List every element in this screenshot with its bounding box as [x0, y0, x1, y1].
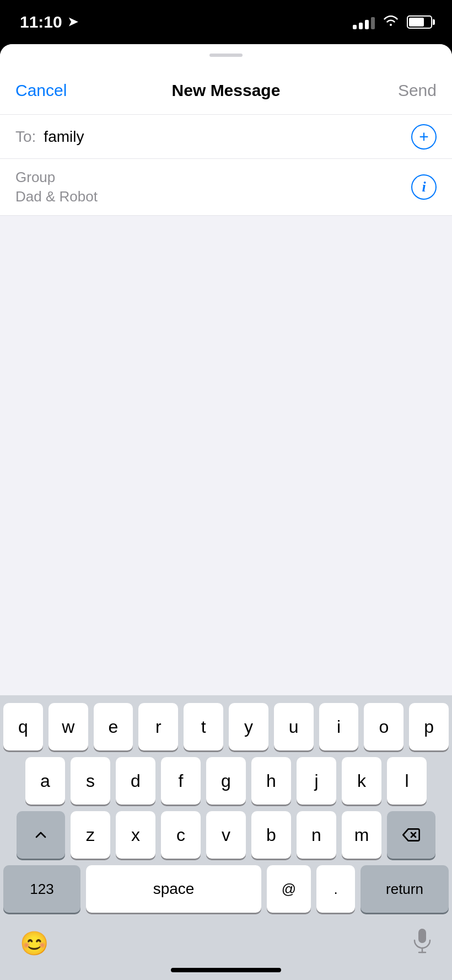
keyboard: q w e r t y u i o p a s d f g h j k l [0, 695, 452, 919]
suggestion-text: Group Dad & Robot [15, 169, 98, 205]
keyboard-row-4: 123 space @ . return [3, 865, 449, 913]
wifi-icon [383, 14, 399, 30]
to-label: To: [15, 128, 36, 146]
return-key[interactable]: return [360, 865, 449, 913]
key-f[interactable]: f [161, 757, 201, 805]
key-t[interactable]: t [184, 703, 223, 750]
delete-key[interactable] [387, 811, 435, 859]
add-recipient-button[interactable]: + [411, 124, 437, 150]
numbers-key[interactable]: 123 [3, 865, 80, 913]
nav-bar: Cancel New Message Send [0, 66, 452, 115]
key-m[interactable]: m [342, 811, 381, 859]
key-x[interactable]: x [116, 811, 155, 859]
key-p[interactable]: p [409, 703, 449, 750]
key-j[interactable]: j [297, 757, 336, 805]
key-b[interactable]: b [251, 811, 291, 859]
suggestion-title: Group [15, 169, 98, 186]
cancel-button[interactable]: Cancel [15, 81, 82, 100]
signal-bars-icon [353, 15, 375, 29]
key-l[interactable]: l [387, 757, 427, 805]
key-y[interactable]: y [229, 703, 268, 750]
key-a[interactable]: a [25, 757, 65, 805]
keyboard-row-1: q w e r t y u i o p [3, 703, 449, 750]
send-button[interactable]: Send [370, 81, 437, 100]
key-q[interactable]: q [3, 703, 43, 750]
space-key[interactable]: space [86, 865, 261, 913]
key-r[interactable]: r [138, 703, 178, 750]
emoji-button[interactable]: 😊 [20, 930, 49, 957]
mic-button[interactable] [412, 928, 432, 958]
key-w[interactable]: w [49, 703, 88, 750]
at-key[interactable]: @ [267, 865, 311, 913]
key-v[interactable]: v [206, 811, 246, 859]
status-icons [353, 14, 432, 30]
info-icon[interactable]: i [411, 174, 437, 200]
status-bar: 11:10 ➤ [0, 0, 452, 44]
keyboard-row-2: a s d f g h j k l [3, 757, 449, 805]
message-body-area[interactable] [0, 216, 452, 695]
time-display: 11:10 [20, 13, 62, 31]
key-g[interactable]: g [206, 757, 246, 805]
suggestion-subtitle: Dad & Robot [15, 188, 98, 205]
key-k[interactable]: k [342, 757, 381, 805]
key-o[interactable]: o [364, 703, 403, 750]
shift-key[interactable] [17, 811, 65, 859]
key-z[interactable]: z [71, 811, 110, 859]
keyboard-row-3: z x c v b n m [3, 811, 449, 859]
page-title: New Message [82, 81, 370, 100]
key-e[interactable]: e [94, 703, 133, 750]
key-c[interactable]: c [161, 811, 201, 859]
key-h[interactable]: h [251, 757, 291, 805]
sheet-handle [209, 54, 243, 57]
status-time: 11:10 ➤ [20, 13, 78, 31]
svg-rect-2 [418, 929, 426, 943]
key-u[interactable]: u [274, 703, 314, 750]
battery-icon [407, 15, 432, 29]
home-indicator [171, 968, 281, 972]
to-field: To: + [0, 115, 452, 159]
key-d[interactable]: d [116, 757, 155, 805]
sheet-handle-area [0, 44, 452, 66]
key-s[interactable]: s [71, 757, 110, 805]
key-n[interactable]: n [297, 811, 336, 859]
navigation-arrow-icon: ➤ [68, 15, 78, 29]
to-input[interactable] [44, 128, 403, 146]
key-i[interactable]: i [319, 703, 359, 750]
period-key[interactable]: . [316, 865, 355, 913]
suggestion-row[interactable]: Group Dad & Robot i [0, 159, 452, 216]
message-sheet: Cancel New Message Send To: + Group Dad … [0, 44, 452, 980]
